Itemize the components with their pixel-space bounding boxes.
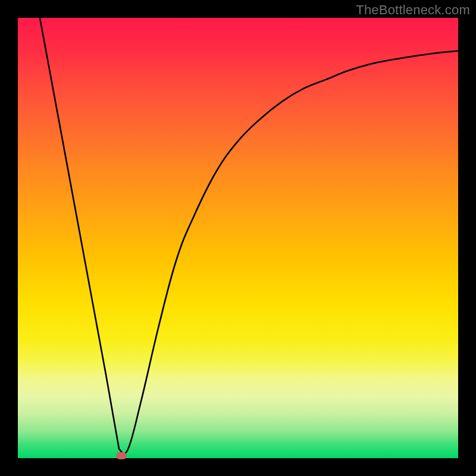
plot-area (18, 18, 458, 458)
bottleneck-curve (18, 18, 458, 458)
watermark-text: TheBottleneck.com (356, 2, 470, 18)
chart-frame: TheBottleneck.com (0, 0, 476, 476)
minimum-marker (116, 452, 127, 459)
